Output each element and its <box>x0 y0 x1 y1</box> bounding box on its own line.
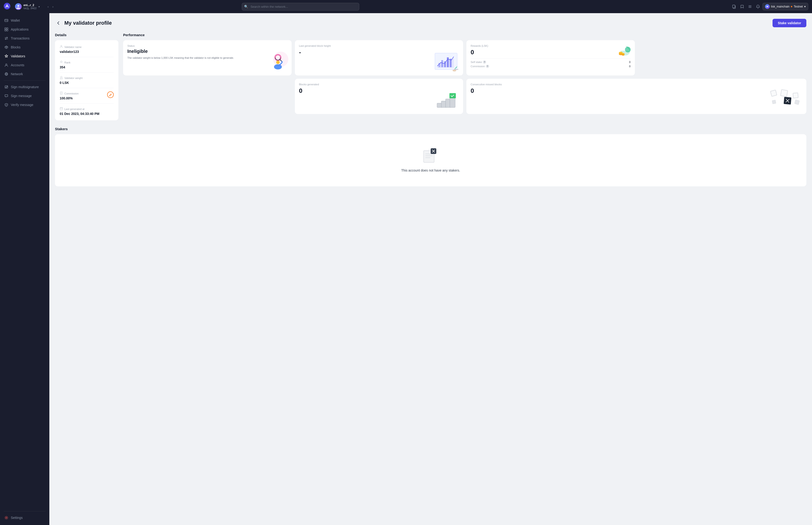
account-address: lsk2jj...5f422 <box>24 7 37 10</box>
svg-rect-36 <box>447 57 449 67</box>
svg-point-30 <box>274 64 282 69</box>
sidebar-item-accounts[interactable]: Accounts <box>0 61 49 70</box>
sidebar-item-sign-message[interactable]: Sign message <box>0 91 49 100</box>
self-stake-value: 0 <box>629 61 630 63</box>
svg-point-28 <box>276 56 280 60</box>
search-icon: 🔍 <box>244 5 248 9</box>
sidebar-item-settings[interactable]: Settings <box>0 513 49 522</box>
detail-label-rank: Rank <box>60 60 114 64</box>
page-title: My validator profile <box>64 20 112 26</box>
sidebar-sign-multisig-label: Sign multisignature <box>11 85 39 89</box>
consecutive-missed-label: Consecutive missed blocks <box>471 83 802 86</box>
blocks-generated-card: Blocks generated 0 <box>295 79 463 114</box>
copy-icon[interactable] <box>731 3 737 10</box>
commission-help-icon[interactable]: ? <box>486 65 489 68</box>
sidebar: Wallet Applications Transactions Blocks <box>0 13 49 525</box>
weight-label: Validator weight <box>64 77 82 79</box>
account-info: eni...r_2 lsk2jj...5f422 <box>24 3 37 10</box>
sidebar-item-applications[interactable]: Applications <box>0 25 49 34</box>
account-selector[interactable]: eni...r_2 lsk2jj...5f422 ▾ <box>13 2 42 11</box>
detail-row-rank: Rank 354 <box>60 60 114 73</box>
svg-rect-58 <box>772 100 776 104</box>
details-title: Details <box>55 33 119 37</box>
sign-message-icon <box>4 94 9 98</box>
svg-rect-56 <box>794 93 798 98</box>
person-icon <box>4 63 9 67</box>
detail-row-name: Validator name validator123 <box>60 45 114 57</box>
commission-row-header: Commission 100.00% <box>60 91 114 100</box>
sidebar-validators-label: Validators <box>11 54 25 58</box>
svg-point-10 <box>767 6 768 7</box>
forward-nav-button[interactable]: › <box>51 3 55 10</box>
details-section: Details Validator name validator123 <box>55 33 119 120</box>
self-stake-help-icon[interactable]: ? <box>483 60 486 64</box>
svg-rect-33 <box>439 63 440 67</box>
sidebar-item-network[interactable]: Network <box>0 70 49 78</box>
network-selector[interactable]: lisk_mainchain Testnet ▾ <box>763 3 808 10</box>
network-status-dot <box>791 6 792 7</box>
star-icon <box>60 60 63 64</box>
status-card-label: Status <box>127 44 287 47</box>
topbar-actions: lisk_mainchain Testnet ▾ <box>731 3 808 10</box>
search-container: 🔍 <box>242 3 359 11</box>
weight-icon <box>60 76 63 80</box>
svg-rect-54 <box>781 90 787 96</box>
svg-rect-13 <box>5 28 6 29</box>
page-header-left: My validator profile <box>55 20 112 26</box>
svg-point-31 <box>276 61 280 64</box>
edit-commission-button[interactable] <box>107 91 114 98</box>
validator-name-value: validator123 <box>60 50 114 54</box>
validator-name-label: Validator name <box>64 46 81 48</box>
status-card: Status Ineligible The validator weight i… <box>123 40 292 75</box>
wallet-icon <box>4 18 9 22</box>
last-generated-value: 01 Dec 2023, 04:33:40 PM <box>60 112 114 116</box>
sidebar-item-verify-message[interactable]: Verify message <box>0 100 49 109</box>
stakers-section: Stakers This account does not have any s… <box>55 127 806 186</box>
last-generated-label: Last generated at <box>64 108 85 110</box>
validators-icon <box>4 54 9 58</box>
performance-cards: Status Ineligible The validator weight i… <box>123 40 806 75</box>
back-nav-button[interactable]: ‹ <box>46 3 50 10</box>
sidebar-item-sign-multisig[interactable]: Sign multisignature <box>0 82 49 91</box>
svg-point-45 <box>622 53 625 54</box>
bookmark-icon[interactable] <box>738 3 746 10</box>
svg-rect-34 <box>441 60 443 67</box>
rewards-sub-section: Self stake ? 0 Commission ? 0 <box>471 58 631 68</box>
sidebar-item-blocks[interactable]: Blocks <box>0 43 49 52</box>
shield-check-icon <box>4 103 9 107</box>
menu-icon[interactable] <box>747 3 753 10</box>
stake-validator-button[interactable]: Stake validator <box>772 19 806 27</box>
svg-rect-14 <box>6 28 8 29</box>
person-detail-icon <box>60 45 63 49</box>
cube-icon <box>4 45 9 49</box>
network-chevron-icon: ▾ <box>804 5 806 8</box>
svg-point-0 <box>4 3 10 10</box>
document-icon <box>60 91 63 95</box>
rewards-card: Rewards (LSK) 0 Self stake ? 0 Commissio… <box>466 40 635 75</box>
notification-icon[interactable] <box>754 3 762 10</box>
search-input[interactable] <box>242 3 359 11</box>
page-header: My validator profile Stake validator <box>55 19 806 27</box>
details-card: Validator name validator123 Rank 354 <box>55 40 119 120</box>
sidebar-verify-message-label: Verify message <box>11 103 33 107</box>
svg-point-3 <box>17 5 19 7</box>
performance-section: Performance Status Ineligible The valida… <box>123 33 806 120</box>
sidebar-item-wallet[interactable]: Wallet <box>0 16 49 25</box>
svg-rect-35 <box>444 61 446 67</box>
main-content: My validator profile Stake validator Det… <box>49 13 812 525</box>
network-name: lisk_mainchain <box>771 5 790 8</box>
consecutive-missed-card: Consecutive missed blocks 0 <box>466 79 806 114</box>
svg-rect-15 <box>5 30 6 31</box>
svg-point-38 <box>453 70 456 72</box>
commission-left: Commission 100.00% <box>60 91 79 100</box>
settings-icon <box>4 515 9 520</box>
sidebar-sign-message-label: Sign message <box>11 94 32 98</box>
sidebar-item-validators[interactable]: Validators <box>0 52 49 61</box>
stakers-empty-state: This account does not have any stakers. <box>55 134 806 186</box>
back-button[interactable] <box>55 20 62 26</box>
svg-rect-59 <box>794 100 799 105</box>
chevron-down-icon: ▾ <box>39 5 40 8</box>
sidebar-item-transactions[interactable]: Transactions <box>0 34 49 43</box>
sidebar-bottom: Settings <box>0 509 49 522</box>
svg-point-12 <box>7 21 7 21</box>
